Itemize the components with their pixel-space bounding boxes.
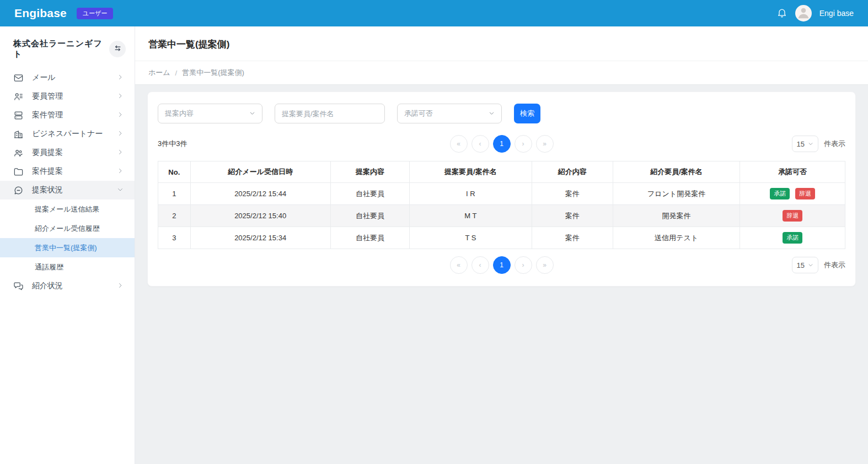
sidebar-item-project-proposal[interactable]: 案件提案 [0,162,135,181]
cell-intro-type: 案件 [532,227,613,249]
cell-approval: 承諾 辞退 [740,183,845,205]
chevron-down-icon [808,261,813,269]
cell-approval: 承諾 [740,227,845,249]
cell-intro-name: 送信用テスト [613,227,740,249]
submenu-item-call-history[interactable]: 通話履歴 [0,257,135,277]
cell-no: 2 [158,205,191,227]
app-header: Engibase ユーザー Engi base [0,0,868,26]
sidebar-item-business-partner[interactable]: ビジネスパートナー [0,125,135,143]
bell-icon [776,7,787,20]
cell-no: 1 [158,183,191,205]
first-page-button[interactable]: « [450,256,468,274]
page-size-group: 15 件表示 [554,257,846,273]
page-size-suffix: 件表示 [824,139,845,149]
breadcrumb-separator: / [175,69,178,77]
cell-received-at: 2025/2/12 15:40 [190,205,330,227]
breadcrumb-home[interactable]: ホーム [148,68,170,78]
chevron-down-icon [489,110,495,118]
decline-button[interactable]: 辞退 [783,210,802,222]
next-page-button[interactable]: › [515,135,532,153]
cell-proposal-name: I R [410,183,532,205]
sidebar-item-mail[interactable]: メール [0,68,135,87]
chevron-right-icon [117,167,124,176]
chevron-right-icon [117,130,124,138]
content: 提案内容 承諾可否 検索 3件中3件 « [135,85,868,293]
approve-button[interactable]: 承諾 [783,232,802,244]
cell-intro-type: 案件 [532,205,613,227]
company-name: 株式会社ラーニンギフト [13,39,109,60]
company-row: 株式会社ラーニンギフト [0,26,135,68]
page-size-suffix: 件表示 [824,260,845,270]
list-card: 提案内容 承諾可否 検索 3件中3件 « [147,91,856,287]
submenu-item-proposal-mail-results[interactable]: 提案メール送信結果 [0,199,135,219]
cell-proposal-type: 自社要員 [330,183,409,205]
next-page-button[interactable]: › [515,256,532,274]
table-row: 2 2025/2/12 15:40 自社要員 M T 案件 開発案件 辞退 [158,205,845,227]
proposal-type-select[interactable]: 提案内容 [158,104,262,123]
last-page-button[interactable]: » [536,135,554,153]
folder-icon [13,166,24,177]
table-header-row: No. 紹介メール受信日時 提案内容 提案要員/案件名 紹介内容 紹介要員/案件… [158,161,845,183]
projects-icon [13,110,24,121]
cell-proposal-type: 自社要員 [330,227,409,249]
page-title: 営業中一覧(提案側) [148,38,855,51]
sidebar-collapse-button[interactable] [109,41,126,57]
building-icon [13,129,24,139]
page-size-select[interactable]: 15 [792,136,818,152]
sidebar-item-personnel-proposal[interactable]: 要員提案 [0,143,135,162]
submenu-item-intro-mail-history[interactable]: 紹介メール受信履歴 [0,219,135,238]
sidebar-item-label: ビジネスパートナー [32,129,117,139]
sidebar-item-project-management[interactable]: 案件管理 [0,106,135,125]
people-icon [13,148,24,158]
breadcrumb-current: 営業中一覧(提案側) [182,68,244,78]
notifications-button[interactable] [776,7,787,20]
submenu-item-label: 提案メール送信結果 [35,204,100,214]
table-row: 3 2025/2/12 15:34 自社要員 T S 案件 送信用テスト 承諾 [158,227,845,249]
page-1-button[interactable]: 1 [493,135,511,153]
table-row: 1 2025/2/12 15:44 自社要員 I R 案件 フロント開発案件 承… [158,183,845,205]
search-button[interactable]: 検索 [514,104,540,123]
page-1-button[interactable]: 1 [493,256,511,274]
user-name[interactable]: Engi base [819,9,854,18]
submenu-item-active-sales-list[interactable]: 営業中一覧(提案側) [0,238,135,257]
col-proposal-name: 提案要員/案件名 [410,161,532,183]
submenu-item-label: 紹介メール受信履歴 [35,224,100,234]
sidebar-item-introduction-status[interactable]: 紹介状況 [0,277,135,295]
cell-received-at: 2025/2/12 15:44 [190,183,330,205]
header-left: Engibase ユーザー [14,7,113,20]
pagination-top: « ‹ 1 › » [450,135,554,153]
chevron-down-icon [249,110,255,118]
page-size-select[interactable]: 15 [792,257,818,273]
cell-proposal-name: M T [410,205,532,227]
user-avatar[interactable] [795,5,812,21]
page-size-value: 15 [797,261,805,269]
top-meta-row: 3件中3件 « ‹ 1 › » 15 件表示 [158,135,845,153]
keyword-input[interactable] [275,104,385,123]
chevron-right-icon [117,92,124,101]
approve-button[interactable]: 承諾 [770,188,790,199]
col-no: No. [158,161,191,183]
first-page-button[interactable]: « [450,135,468,153]
header-right: Engi base [776,5,854,21]
prev-page-button[interactable]: ‹ [471,135,489,153]
sidebar-item-label: 要員管理 [32,91,117,101]
sidebar-item-proposal-status[interactable]: 提案状況 [0,181,135,199]
col-intro-type: 紹介内容 [532,161,613,183]
sidebar-item-label: 提案状況 [32,185,117,195]
cell-intro-type: 案件 [532,183,613,205]
approval-select[interactable]: 承諾可否 [397,104,502,123]
decline-button[interactable]: 辞退 [795,188,815,199]
last-page-button[interactable]: » [536,256,554,274]
submenu-item-label: 通話履歴 [35,262,63,272]
cell-intro-name: フロント開発案件 [613,183,740,205]
chat-bubbles-icon [13,281,24,292]
mail-icon [13,73,24,83]
sidebar-item-label: 要員提案 [32,148,117,158]
prev-page-button[interactable]: ‹ [471,256,489,274]
app-logo: Engibase [14,7,67,20]
sidebar: 株式会社ラーニンギフト メール 要員管理 [0,26,135,464]
sidebar-item-personnel-management[interactable]: 要員管理 [0,87,135,106]
chat-bubble-icon [13,185,24,196]
filter-bar: 提案内容 承諾可否 検索 [158,104,845,123]
role-badge: ユーザー [77,8,114,19]
